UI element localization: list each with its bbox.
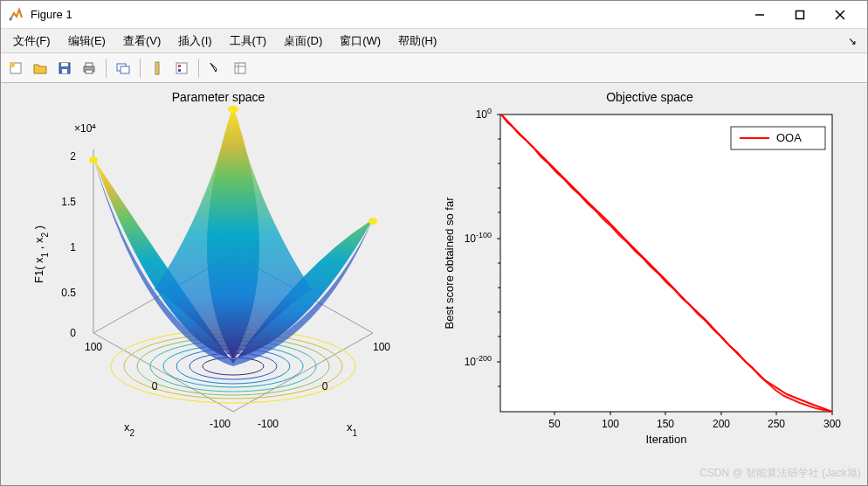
legend-button[interactable] [170, 57, 193, 80]
link-button[interactable] [112, 57, 134, 80]
left-plot-title: Parameter space [6, 90, 431, 104]
svg-text:0: 0 [322, 380, 328, 392]
toolbar [1, 53, 867, 83]
maximize-button[interactable] [780, 2, 820, 28]
right-ylabel: Best score obtained so far [443, 197, 456, 330]
svg-text:0: 0 [70, 327, 76, 339]
line-chart[interactable]: 100 10-100 10-200 50 100 150 200 [437, 88, 857, 464]
surface-body [89, 106, 377, 366]
svg-point-0 [10, 17, 12, 20]
svg-text:100: 100 [85, 341, 102, 353]
right-xlabel: Iteration [646, 433, 687, 446]
svg-point-39 [369, 218, 377, 225]
svg-rect-18 [178, 69, 181, 72]
menu-window[interactable]: 窗口(W) [333, 31, 388, 51]
y-axis-label: x2 [124, 420, 135, 438]
svg-text:0: 0 [152, 380, 158, 392]
svg-rect-17 [178, 65, 181, 67]
svg-text:50: 50 [548, 418, 561, 430]
svg-rect-11 [86, 63, 93, 66]
svg-text:2: 2 [70, 150, 76, 163]
x-axis-label: x1 [347, 420, 358, 438]
svg-text:-100: -100 [210, 418, 231, 430]
colorbar-button[interactable] [146, 57, 169, 80]
svg-rect-14 [121, 66, 129, 73]
new-figure-button[interactable] [4, 57, 27, 80]
menu-overflow-icon[interactable]: ↘ [848, 35, 862, 47]
matlab-icon [8, 7, 24, 23]
z-axis-label: F1( x1 , x2 ) [32, 226, 50, 283]
titlebar: Figure 1 [1, 1, 867, 29]
svg-text:100: 100 [602, 418, 619, 430]
open-button[interactable] [29, 57, 52, 80]
svg-text:0.5: 0.5 [61, 287, 76, 299]
svg-text:250: 250 [768, 418, 785, 430]
menu-desktop[interactable]: 桌面(D) [277, 31, 329, 51]
svg-rect-46 [500, 115, 832, 412]
menu-file[interactable]: 文件(F) [6, 31, 58, 51]
menu-view[interactable]: 查看(V) [116, 31, 168, 51]
window-title: Figure 1 [31, 8, 72, 21]
axes-3d: 2 1.5 1 0.5 0 [32, 106, 390, 438]
legend[interactable]: OOA [731, 127, 825, 149]
svg-text:1.5: 1.5 [61, 196, 76, 208]
svg-rect-2 [796, 10, 804, 18]
svg-rect-12 [86, 70, 93, 73]
menu-edit[interactable]: 编辑(E) [61, 31, 113, 51]
right-plot-title: Objective space [437, 90, 862, 104]
minimize-button[interactable] [740, 2, 780, 28]
svg-text:150: 150 [657, 418, 674, 430]
surface-chart[interactable]: ×10⁴ 2 1.5 1 0.5 0 [6, 88, 425, 464]
print-button[interactable] [78, 57, 100, 80]
x-ticks: 50 100 150 200 250 300 [548, 412, 841, 430]
figure-content: Parameter space [1, 83, 867, 486]
svg-point-38 [89, 156, 98, 163]
parameter-space-panel: Parameter space [6, 88, 431, 482]
svg-text:-100: -100 [258, 418, 279, 430]
menubar: 文件(F) 编辑(E) 查看(V) 插入(I) 工具(T) 桌面(D) 窗口(W… [1, 29, 867, 53]
svg-text:100: 100 [373, 341, 390, 353]
svg-text:10-100: 10-100 [465, 231, 492, 245]
svg-text:200: 200 [713, 418, 730, 430]
svg-rect-16 [176, 63, 187, 73]
svg-rect-15 [155, 62, 159, 74]
svg-point-37 [228, 106, 238, 113]
edit-plot-button[interactable] [204, 57, 227, 80]
svg-text:100: 100 [476, 107, 492, 121]
svg-rect-9 [62, 69, 67, 73]
menu-help[interactable]: 帮助(H) [391, 31, 444, 51]
svg-rect-19 [235, 63, 245, 73]
svg-text:10-200: 10-200 [465, 354, 492, 368]
menu-insert[interactable]: 插入(I) [171, 31, 218, 51]
save-button[interactable] [53, 57, 76, 80]
svg-text:1: 1 [70, 241, 76, 253]
close-button[interactable] [820, 2, 860, 28]
objective-space-panel: Objective space 100 10-100 10-200 [437, 88, 862, 482]
menu-tools[interactable]: 工具(T) [223, 31, 274, 51]
z-multiplier: ×10⁴ [74, 122, 96, 135]
svg-text:300: 300 [823, 418, 841, 430]
svg-rect-8 [61, 63, 68, 66]
legend-label: OOA [776, 131, 802, 144]
svg-point-6 [10, 62, 15, 67]
property-inspector-button[interactable] [229, 57, 251, 80]
